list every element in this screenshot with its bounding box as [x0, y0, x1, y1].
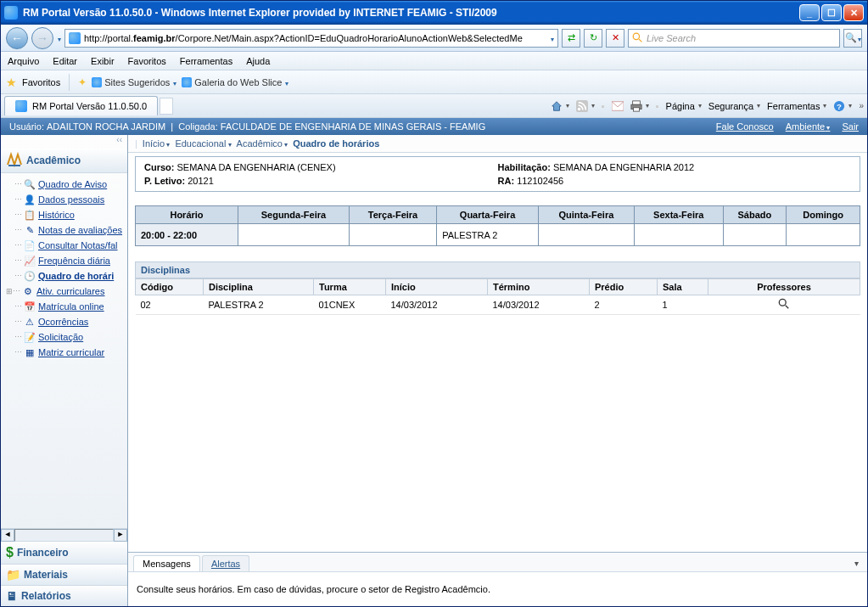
- sidebar-item-ativ-curric[interactable]: ⊞⋯⚙Ativ. curriculares: [1, 284, 127, 299]
- search-bar[interactable]: Live Search: [628, 29, 840, 48]
- messages-collapse[interactable]: ▾: [854, 559, 862, 568]
- page-icon: [69, 32, 81, 44]
- th-horario: Horário: [136, 206, 238, 224]
- minimize-button[interactable]: _: [799, 4, 820, 21]
- refresh-button[interactable]: ↻: [584, 29, 602, 48]
- address-bar[interactable]: http://portal.feamig.br/Corpore.Net/Main…: [64, 29, 558, 48]
- new-tab-button[interactable]: [160, 98, 173, 115]
- window-titlebar: RM Portal Versão 11.0.50.0 - Windows Int…: [1, 1, 867, 25]
- sidebar-item-consultar-notas[interactable]: ⋯📄Consultar Notas/fal: [1, 238, 127, 253]
- add-fav-icon[interactable]: ✦: [78, 76, 87, 88]
- bc-inicio[interactable]: Início: [143, 138, 171, 149]
- favorites-bar: ★ Favoritos ✦ Sites Sugeridos Galeria do…: [1, 70, 867, 94]
- menu-ajuda[interactable]: Ajuda: [246, 56, 270, 66]
- scroll-right[interactable]: ►: [114, 529, 127, 542]
- academico-icon: [6, 152, 23, 169]
- tab-mensagens[interactable]: Mensagens: [133, 555, 200, 571]
- sidebar-item-frequencia[interactable]: ⋯📈Frequência diária: [1, 253, 127, 268]
- bc-academico[interactable]: Acadêmico: [237, 138, 288, 149]
- sidebar-collapse[interactable]: ‹‹: [1, 135, 127, 149]
- print-button[interactable]: [630, 100, 649, 112]
- compat-button[interactable]: ⇄: [562, 29, 580, 48]
- habilitacao-value: SEMANA DA ENGENHARIA 2012: [553, 162, 694, 172]
- svg-point-0: [633, 33, 639, 39]
- disc-nome: PALESTRA 2: [204, 295, 314, 315]
- sidebar-item-dados-pessoais[interactable]: ⋯👤Dados pessoais: [1, 192, 127, 207]
- url-dropdown[interactable]: [550, 33, 554, 43]
- menu-ferramentas[interactable]: Ferramentas: [180, 56, 232, 66]
- back-button[interactable]: ←: [6, 27, 28, 49]
- tools-menu[interactable]: Ferramentas: [767, 101, 826, 111]
- svg-rect-7: [633, 107, 639, 110]
- sidebar-item-quadro-aviso[interactable]: ⋯🔍Quadro de Aviso: [1, 177, 127, 192]
- ambiente-menu[interactable]: Ambiente: [786, 121, 831, 132]
- menu-favoritos[interactable]: Favoritos: [128, 56, 166, 66]
- sair-link[interactable]: Sair: [842, 121, 859, 132]
- browser-tab[interactable]: RM Portal Versão 11.0.50.0: [4, 96, 158, 115]
- th-ter: Terça-Feira: [349, 206, 436, 224]
- disc-turma: 01CNEX: [314, 295, 386, 315]
- svg-text:?: ?: [837, 101, 843, 110]
- tab-title: RM Portal Versão 11.0.50.0: [32, 101, 147, 111]
- fav-galeria[interactable]: Galeria do Web Slice: [182, 77, 288, 87]
- close-button[interactable]: ✕: [843, 4, 864, 21]
- search-go-button[interactable]: 🔍: [843, 29, 862, 48]
- disciplinas-table: Código Disciplina Turma Início Término P…: [135, 278, 860, 315]
- chevron-more[interactable]: »: [859, 101, 864, 110]
- ra-value: 112102456: [517, 176, 563, 186]
- menu-editar[interactable]: Editar: [53, 56, 77, 66]
- history-dropdown[interactable]: [57, 33, 61, 43]
- sidebar-section-materiais[interactable]: 📁 Materiais: [1, 565, 127, 586]
- disciplinas-header: Disciplinas: [135, 261, 860, 278]
- sidebar-item-solicitacao[interactable]: ⋯📝Solicitação: [1, 329, 127, 345]
- favorites-label[interactable]: Favoritos: [22, 77, 60, 87]
- fale-conosco-link[interactable]: Fale Conosco: [716, 121, 774, 132]
- browser-tabbar: RM Portal Versão 11.0.50.0 ▪ ▪ Página Se…: [1, 94, 867, 118]
- disc-termino: 14/03/2012: [488, 295, 590, 315]
- disc-inicio: 14/03/2012: [386, 295, 488, 315]
- scroll-left[interactable]: ◄: [1, 529, 14, 542]
- sidebar-item-notas-aval[interactable]: ⋯✎Notas de avaliações: [1, 222, 127, 238]
- materiais-icon: 📁: [6, 568, 20, 582]
- breadcrumb: | Início Educacional Acadêmico Quadro de…: [128, 135, 867, 153]
- menu-arquivo[interactable]: Arquivo: [8, 56, 39, 66]
- sidebar-item-matricula[interactable]: ⋯📅Matrícula online: [1, 299, 127, 314]
- fav-sites-sugeridos[interactable]: Sites Sugeridos: [92, 77, 176, 87]
- favorites-star-icon[interactable]: ★: [6, 76, 17, 89]
- security-menu[interactable]: Segurança: [708, 101, 760, 111]
- th-seg: Segunda-Feira: [238, 206, 350, 224]
- page-menu[interactable]: Página: [666, 101, 702, 111]
- user-name: ADAILTON ROCHA JARDIM: [47, 121, 165, 132]
- bc-educacional[interactable]: Educacional: [175, 138, 231, 149]
- maximize-button[interactable]: ☐: [821, 4, 842, 21]
- cell-quarta: PALESTRA 2: [437, 224, 539, 246]
- sidebar-hscroll[interactable]: ◄ ►: [1, 528, 127, 542]
- stop-button[interactable]: ✕: [606, 29, 624, 48]
- sidebar-item-ocorrencias[interactable]: ⋯⚠Ocorrências: [1, 314, 127, 329]
- sidebar-section-academico[interactable]: Acadêmico: [1, 149, 127, 173]
- browser-navbar: ← → http://portal.feamig.br/Corpore.Net/…: [1, 25, 867, 52]
- search-icon: [632, 32, 643, 43]
- sidebar-item-quadro-horarios[interactable]: ⋯🕒Quadro de horári: [1, 268, 127, 284]
- disc-professores-lookup[interactable]: [708, 295, 860, 315]
- course-info-box: Curso: SEMANA DA ENGENHARIA (CENEX) Habi…: [135, 156, 860, 192]
- th-dom: Domingo: [787, 206, 860, 224]
- sidebar-item-historico[interactable]: ⋯📋Histórico: [1, 207, 127, 222]
- sidebar-item-matriz[interactable]: ⋯▦Matriz curricular: [1, 345, 127, 360]
- feeds-button[interactable]: [576, 100, 595, 112]
- help-menu[interactable]: ?: [833, 100, 852, 112]
- forward-button[interactable]: →: [31, 27, 53, 49]
- th-qui: Quinta-Feira: [538, 206, 634, 224]
- svg-rect-2: [576, 100, 588, 112]
- svg-line-1: [639, 39, 641, 42]
- tab-alertas[interactable]: Alertas: [202, 555, 249, 571]
- home-button[interactable]: [551, 100, 569, 112]
- svg-line-11: [786, 306, 789, 309]
- sidebar-section-relatorios[interactable]: 🖥 Relatórios: [1, 586, 127, 606]
- menu-exibir[interactable]: Exibir: [91, 56, 115, 66]
- th-qua: Quarta-Feira: [437, 206, 539, 224]
- sidebar-section-financeiro[interactable]: $ Financeiro: [1, 542, 127, 565]
- mail-button[interactable]: [612, 101, 624, 111]
- messages-panel: Mensagens Alertas ▾ Consulte seus horári…: [128, 552, 867, 606]
- ie-icon: [4, 6, 18, 20]
